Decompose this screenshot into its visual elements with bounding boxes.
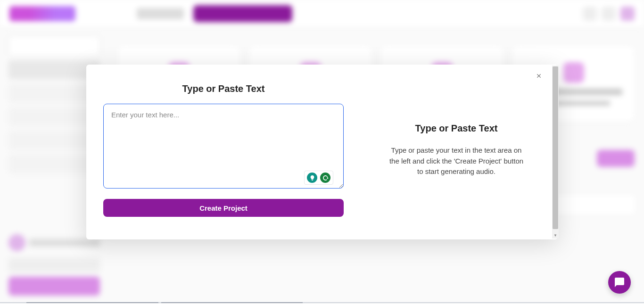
chat-icon — [614, 277, 625, 288]
type-paste-modal: ▼ Type or Paste Text Create Project — [86, 65, 558, 239]
modal-right-description: Type or paste your text in the text area… — [386, 145, 527, 177]
bottom-segment — [161, 302, 303, 303]
close-button[interactable] — [533, 70, 545, 82]
modal-left-panel: Type or Paste Text Create Project — [103, 83, 344, 217]
bottom-segment — [26, 302, 158, 303]
grammar-badges — [304, 171, 333, 185]
scrollbar-thumb[interactable] — [553, 66, 558, 229]
close-icon — [536, 73, 542, 79]
scrollbar-down-arrow[interactable]: ▼ — [552, 232, 559, 238]
modal-overlay: ▼ Type or Paste Text Create Project — [0, 0, 644, 304]
chat-fab[interactable] — [608, 271, 631, 294]
modal-right-title: Type or Paste Text — [415, 123, 498, 134]
modal-scrollbar[interactable]: ▼ — [552, 66, 559, 238]
textarea-wrapper — [103, 104, 344, 190]
create-project-button[interactable]: Create Project — [103, 199, 344, 217]
assistant-icon[interactable] — [307, 173, 317, 183]
modal-left-title: Type or Paste Text — [103, 83, 344, 94]
grammarly-icon[interactable] — [320, 173, 330, 183]
modal-right-panel: Type or Paste Text Type or paste your te… — [381, 83, 541, 217]
